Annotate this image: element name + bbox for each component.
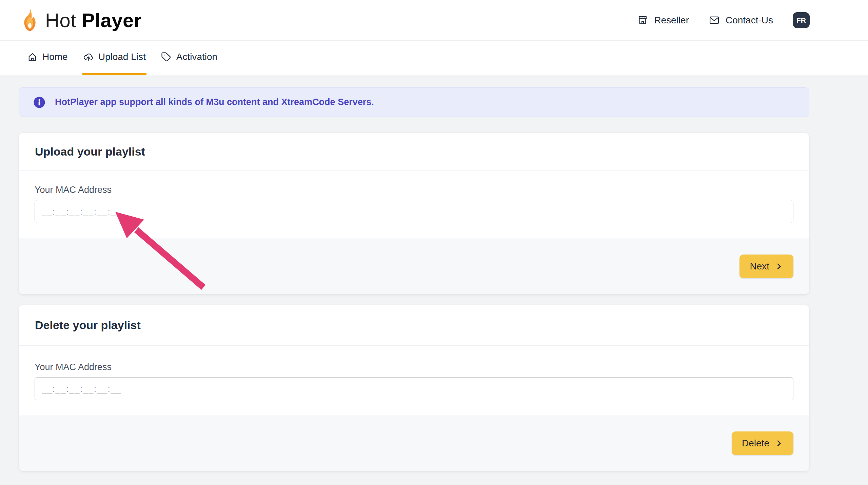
mail-icon xyxy=(709,15,720,26)
delete-card-footer: Delete xyxy=(19,415,809,471)
upload-mac-label: Your MAC Address xyxy=(35,185,793,195)
tag-icon xyxy=(161,52,172,62)
reseller-label: Reseller xyxy=(654,15,689,26)
info-banner: HotPlayer app support all kinds of M3u c… xyxy=(19,87,809,117)
info-icon xyxy=(33,96,45,108)
contact-us-label: Contact-Us xyxy=(726,15,773,26)
brand-logo[interactable]: HotPlayer xyxy=(19,5,142,35)
delete-mac-input[interactable] xyxy=(35,377,793,400)
banner-message-rest: app support all kinds of M3u content and… xyxy=(98,97,374,107)
main-content: HotPlayer app support all kinds of M3u c… xyxy=(19,87,809,471)
tab-activation[interactable]: Activation xyxy=(160,41,218,75)
delete-button-label: Delete xyxy=(742,438,769,449)
delete-button[interactable]: Delete xyxy=(732,431,793,455)
brand-title: HotPlayer xyxy=(45,11,142,30)
brand-bold: Player xyxy=(82,9,142,31)
contact-us-link[interactable]: Contact-Us xyxy=(709,15,773,26)
delete-card-title: Delete your playlist xyxy=(35,319,141,332)
tab-home-label: Home xyxy=(42,52,68,62)
delete-card: Delete your playlist Your MAC Address De… xyxy=(19,305,809,471)
reseller-link[interactable]: Reseller xyxy=(637,15,689,26)
upload-card-footer: Next xyxy=(19,238,809,294)
tab-home[interactable]: Home xyxy=(26,41,68,75)
home-icon xyxy=(27,52,38,62)
header: HotPlayer Reseller Contact-Us xyxy=(0,0,868,41)
avatar[interactable]: FR xyxy=(793,12,810,28)
banner-highlight: HotPlayer xyxy=(55,97,98,107)
next-button-label: Next xyxy=(750,261,769,272)
cloud-upload-icon xyxy=(83,52,94,62)
page: HotPlayer Reseller Contact-Us xyxy=(0,0,868,485)
upload-card-header: Upload your playlist xyxy=(19,133,809,171)
tab-upload-list[interactable]: Upload List xyxy=(82,41,146,75)
flame-icon xyxy=(19,5,41,35)
upload-card-title: Upload your playlist xyxy=(35,145,145,158)
banner-message: HotPlayer app support all kinds of M3u c… xyxy=(55,97,374,107)
tab-upload-list-label: Upload List xyxy=(98,52,146,62)
chevron-right-icon xyxy=(774,262,783,271)
upload-mac-input[interactable] xyxy=(35,200,793,223)
upload-card: Upload your playlist Your MAC Address Ne… xyxy=(19,133,809,294)
store-icon xyxy=(637,15,648,26)
brand-light: Hot xyxy=(45,9,76,31)
chevron-right-icon xyxy=(774,439,783,448)
upload-card-body: Your MAC Address xyxy=(19,171,809,238)
tab-activation-label: Activation xyxy=(176,52,217,62)
header-actions: Reseller Contact-Us FR xyxy=(637,12,810,28)
delete-mac-label: Your MAC Address xyxy=(35,362,793,372)
delete-card-body: Your MAC Address xyxy=(19,346,809,415)
delete-card-header: Delete your playlist xyxy=(19,305,809,346)
next-button[interactable]: Next xyxy=(739,255,793,278)
nav-tabs: Home Upload List Activation xyxy=(0,41,868,75)
